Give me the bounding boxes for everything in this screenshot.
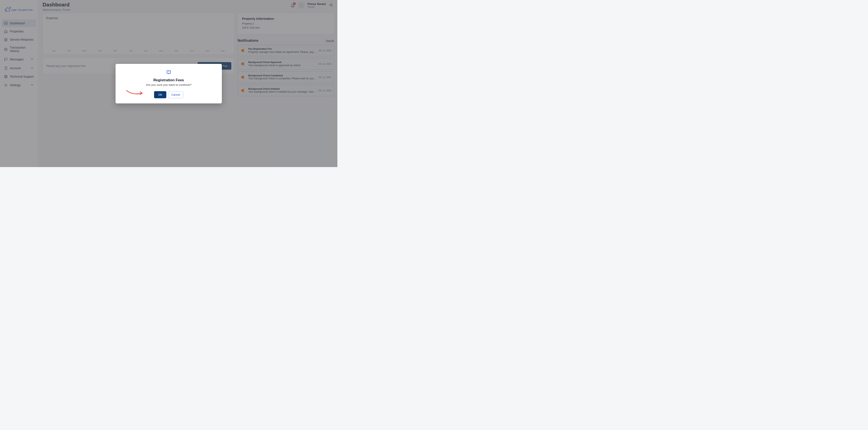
- alert-icon: [121, 70, 217, 75]
- registration-fees-modal: Registration Fees Are you sure you want …: [116, 64, 222, 103]
- modal-title: Registration Fees: [121, 78, 217, 82]
- modal-overlay[interactable]: Registration Fees Are you sure you want …: [0, 0, 337, 167]
- ok-button[interactable]: OK: [154, 91, 166, 98]
- cancel-button[interactable]: Cancel: [168, 91, 183, 98]
- modal-body: Are you sure you want to continue?: [121, 83, 217, 87]
